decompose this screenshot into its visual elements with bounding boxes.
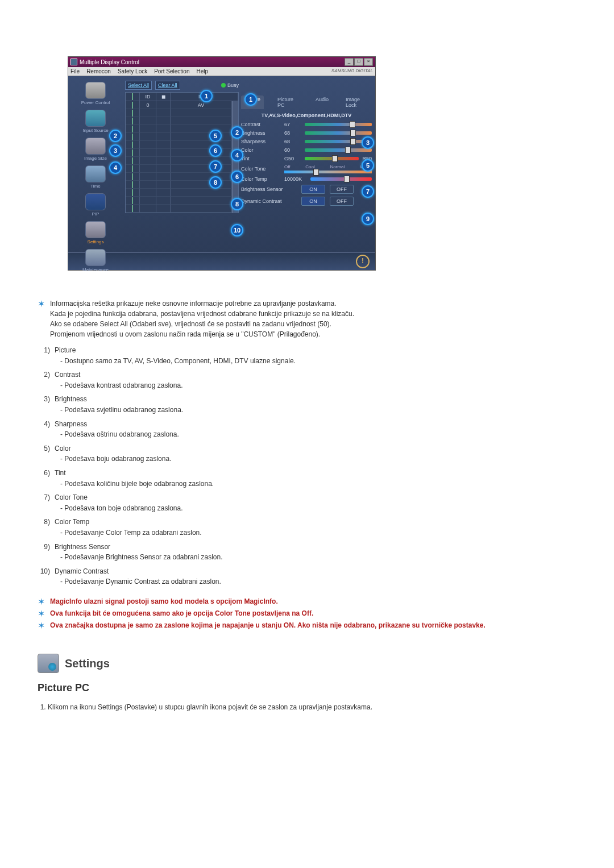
color-slider[interactable]: [305, 148, 372, 152]
row-color-tone: Color Tone Off Cool Normal Warm: [241, 164, 372, 173]
tab-image-lock[interactable]: Image Lock: [342, 95, 372, 109]
maximize-button[interactable]: □: [354, 58, 363, 66]
input-source-icon: [85, 110, 106, 127]
final-list: Klikom na ikonu Settings (Postavke) u st…: [48, 702, 572, 712]
image-size-icon: [85, 138, 106, 155]
row-brightness: Brightness 68: [241, 130, 372, 136]
nav-pip[interactable]: PIP: [70, 193, 121, 217]
intro-bullets: ✶ Informacijska rešetka prikazuje neke o…: [38, 298, 572, 339]
col-status[interactable]: ◼: [156, 93, 171, 101]
notes-list: ✶MagicInfo ulazni signal postoji samo ko…: [38, 596, 572, 632]
item-3: 3)Brightness- Podešava svjetlinu odabran…: [38, 394, 572, 415]
col-check[interactable]: [126, 93, 140, 101]
row-check-icon[interactable]: [132, 110, 133, 117]
item-6: 6)Tint- Podešava količinu bijele boje od…: [38, 468, 572, 489]
time-icon: [85, 165, 106, 182]
color-temp-slider[interactable]: [310, 177, 372, 181]
section-heading: Settings: [38, 654, 572, 673]
row-check-icon[interactable]: [132, 189, 133, 196]
dyn-on-button[interactable]: ON: [301, 197, 325, 206]
bsensor-on-button[interactable]: ON: [301, 185, 325, 194]
menu-port-selection[interactable]: Port Selection: [154, 68, 189, 74]
busy-dot-icon: [221, 83, 226, 88]
final-item-1: Klikom na ikonu Settings (Postavke) u st…: [48, 702, 572, 712]
display-grid: ID ◼ Input 0 AV: [125, 92, 239, 213]
callout-1b: 1: [244, 93, 257, 106]
menu-help[interactable]: Help: [196, 68, 208, 74]
tab-picture-pc[interactable]: Picture PC: [274, 95, 302, 109]
window-title: Multiple Display Control: [80, 59, 139, 65]
row-color: Color 60: [241, 147, 372, 153]
grid-row[interactable]: [126, 109, 232, 117]
callout-2: 2: [231, 126, 243, 139]
star-icon: ✶: [38, 620, 45, 631]
grid-row[interactable]: [126, 189, 232, 197]
item-10: 10)Dynamic Contrast- Podešavanje Dynamic…: [38, 566, 572, 587]
row-check-icon[interactable]: [132, 102, 133, 109]
callout-8: 8: [231, 198, 243, 210]
star-icon: ✶: [38, 298, 45, 339]
callout-9: 9: [362, 213, 374, 225]
nav-power-control[interactable]: Power Control: [70, 82, 121, 105]
callout-5: 5: [362, 159, 374, 172]
tint-slider[interactable]: [305, 157, 359, 160]
busy-indicator: Busy: [221, 82, 239, 88]
bsensor-off-button[interactable]: OFF: [330, 185, 354, 194]
callout-grid-6: 6: [209, 144, 222, 157]
dyn-off-button[interactable]: OFF: [330, 197, 354, 206]
item-9: 9)Brightness Sensor- Podešavanje Brightn…: [38, 542, 572, 563]
color-tone-slider[interactable]: [284, 171, 372, 173]
titlebar: Multiple Display Control _ □ ×: [68, 57, 375, 67]
select-all-button[interactable]: Select All: [125, 81, 152, 90]
row-check-icon[interactable]: [132, 126, 133, 132]
callout-1a: 1: [200, 90, 213, 102]
row-check-icon[interactable]: [132, 205, 133, 212]
row-check-icon[interactable]: [132, 149, 133, 156]
brightness-slider[interactable]: [305, 131, 372, 135]
grid-row[interactable]: [126, 205, 232, 213]
grid-row[interactable]: 0 AV: [126, 101, 232, 109]
contrast-slider[interactable]: [305, 123, 372, 126]
row-check-icon[interactable]: [132, 157, 133, 164]
callout-grid-5: 5: [209, 130, 222, 142]
item-2: 2)Contrast- Podešava kontrast odabranog …: [38, 369, 572, 391]
menu-file[interactable]: File: [70, 68, 80, 74]
callout-nav-4: 4: [109, 161, 122, 174]
power-icon: [85, 82, 106, 99]
clear-all-button[interactable]: Clear All: [155, 81, 180, 90]
row-check-icon[interactable]: [132, 134, 133, 140]
app-icon: [70, 59, 77, 65]
row-check-icon[interactable]: [132, 142, 133, 148]
callout-6: 6: [231, 171, 243, 183]
nav-settings[interactable]: Settings: [70, 221, 121, 244]
minimize-button[interactable]: _: [345, 58, 354, 66]
tab-audio[interactable]: Audio: [312, 95, 332, 109]
callout-nav-2: 2: [109, 130, 122, 142]
item-1: 1)Picture- Dostupno samo za TV, AV, S-Vi…: [38, 345, 572, 366]
sub-heading: Picture PC: [38, 682, 572, 694]
row-brightness-sensor: Brightness Sensor ON OFF: [241, 185, 372, 194]
nav-maintenance[interactable]: Maintenance: [70, 249, 121, 272]
pip-icon: [85, 193, 106, 210]
callout-7: 7: [362, 185, 374, 198]
row-sharpness: Sharpness 68: [241, 139, 372, 144]
item-7: 7)Color Tone- Podešava ton boje odabrano…: [38, 492, 572, 513]
grid-row[interactable]: [126, 197, 232, 205]
menu-remocon[interactable]: Remocon: [86, 68, 111, 74]
item-5: 5)Color- Podešava boju odabranog zaslona…: [38, 443, 572, 464]
numbered-list: 1)Picture- Dostupno samo za TV, AV, S-Vi…: [38, 345, 572, 587]
grid-row[interactable]: [126, 117, 232, 125]
settings-section-icon: [38, 654, 59, 673]
col-id[interactable]: ID: [140, 93, 156, 101]
settings-icon: [85, 221, 106, 238]
callout-nav-3: 3: [109, 144, 122, 157]
row-check-icon[interactable]: [132, 165, 133, 172]
info-icon[interactable]: !: [356, 255, 370, 268]
row-check-icon[interactable]: [132, 181, 133, 188]
row-check-icon[interactable]: [132, 197, 133, 204]
menu-safety-lock[interactable]: Safety Lock: [118, 68, 147, 74]
grid-panel: Select All Clear All Busy ID ◼ Input: [123, 76, 241, 252]
row-check-icon[interactable]: [132, 118, 133, 124]
row-check-icon[interactable]: [132, 173, 133, 180]
close-button[interactable]: ×: [364, 58, 373, 66]
